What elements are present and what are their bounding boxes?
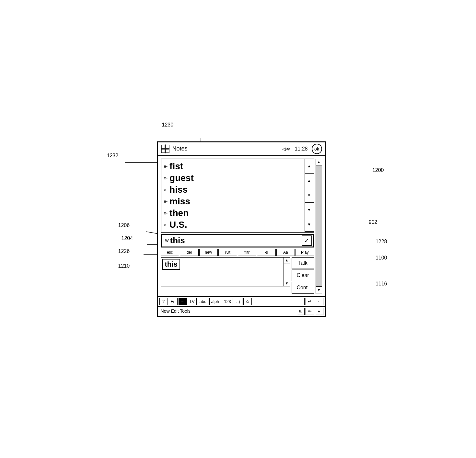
clock-display: 11:28 bbox=[295, 146, 308, 152]
right-sidebar: ▲ ▼ bbox=[316, 159, 322, 294]
device-frame: Notes ◁≪ 11:28 ok e- fist e- bbox=[157, 141, 326, 317]
word-prefix: e- bbox=[164, 222, 168, 227]
input-prefix-label: †W bbox=[163, 238, 169, 243]
scroll-top-button[interactable]: ▲ bbox=[305, 159, 314, 174]
scroll-thumb[interactable]: ≡ bbox=[305, 188, 314, 203]
word-display-inner: this bbox=[161, 258, 283, 271]
cont-button[interactable]: Cont. bbox=[292, 282, 314, 294]
annotation-902: 902 bbox=[369, 219, 377, 225]
menu-row: New Edit Tools ⊞ ✏ ▲ bbox=[158, 307, 325, 316]
word-scroll-up[interactable]: ▲ bbox=[284, 258, 290, 263]
action-buttons: Talk Clear Cont. bbox=[292, 257, 314, 294]
scroll-bottom-button[interactable]: ▼ bbox=[305, 217, 314, 232]
arrow-up-icon[interactable]: ▲ bbox=[315, 308, 323, 315]
word-prefix: e- bbox=[164, 211, 168, 215]
list-item[interactable]: e- guest bbox=[164, 172, 303, 184]
sidebar-scroll-up[interactable]: ▲ bbox=[316, 159, 322, 165]
clear-button[interactable]: Clear bbox=[292, 270, 314, 281]
svg-rect-14 bbox=[161, 149, 165, 153]
word-list-container: e- fist e- guest e- hiss e- bbox=[161, 159, 314, 233]
list-item[interactable]: e- U.S. bbox=[164, 219, 303, 231]
word-display-area: this ▲ ▼ bbox=[161, 257, 290, 286]
menu-icon[interactable]: ⊞ bbox=[297, 308, 305, 315]
esc-button[interactable]: esc bbox=[161, 249, 180, 256]
scroll-up-button[interactable]: ▲ bbox=[305, 174, 314, 188]
key-alph[interactable]: alph bbox=[209, 298, 221, 305]
annotation-1100: 1100 bbox=[376, 255, 387, 261]
sidebar-scroll-down[interactable]: ▼ bbox=[316, 286, 322, 294]
key-smiley[interactable]: ☺ bbox=[243, 298, 252, 305]
ok-button[interactable]: ok bbox=[312, 144, 322, 154]
new-button[interactable]: new bbox=[199, 249, 218, 256]
app-title: Notes bbox=[172, 145, 283, 152]
key-abc[interactable]: abc bbox=[198, 298, 208, 305]
word-scroll-down[interactable]: ▼ bbox=[284, 280, 290, 286]
annotation-1116: 1116 bbox=[376, 281, 387, 287]
scroll-down-button[interactable]: ▼ bbox=[305, 203, 314, 217]
list-item[interactable]: e- hiss bbox=[164, 184, 303, 196]
word-prefix: e- bbox=[164, 187, 168, 192]
word-prefix: e- bbox=[164, 164, 168, 169]
pen-icon[interactable]: ✏ bbox=[306, 308, 314, 315]
s-button[interactable]: -s bbox=[257, 249, 276, 256]
svg-rect-12 bbox=[161, 145, 165, 149]
word-prefix: e- bbox=[164, 175, 168, 180]
talk-button[interactable]: Talk bbox=[292, 257, 314, 269]
title-bar: Notes ◁≪ 11:28 ok bbox=[158, 142, 325, 156]
annotation-1200: 1200 bbox=[372, 167, 384, 173]
key-fn[interactable]: Fn bbox=[169, 298, 178, 305]
word-text: miss bbox=[169, 196, 190, 207]
key-question[interactable]: ? bbox=[159, 298, 168, 305]
annotation-1204: 1204 bbox=[122, 235, 133, 241]
bottom-panel: this ▲ ▼ Talk Clear Cont. bbox=[161, 257, 314, 294]
aa-button[interactable]: Aa bbox=[276, 249, 295, 256]
word-text: fist bbox=[169, 161, 183, 172]
windows-logo-icon bbox=[161, 144, 170, 153]
keyboard-row: ? Fn ··· LV abc alph 123 ..) ☺ ↵ ← bbox=[158, 297, 325, 307]
word-text: U.S. bbox=[169, 220, 187, 230]
word-list-scrollbar: ▲ ▲ ≡ ▼ ▼ bbox=[305, 159, 314, 232]
key-dotparen[interactable]: ..) bbox=[234, 298, 242, 305]
main-content: e- fist e- guest e- hiss e- bbox=[158, 156, 325, 296]
word-list: e- fist e- guest e- hiss e- bbox=[161, 159, 305, 232]
del-button[interactable]: del bbox=[180, 249, 199, 256]
key-dots[interactable]: ··· bbox=[179, 298, 187, 305]
volume-icon: ◁≪ bbox=[282, 146, 291, 151]
key-backspace[interactable]: ← bbox=[315, 298, 323, 305]
rut-button[interactable]: rUt bbox=[218, 249, 237, 256]
word-text: guest bbox=[169, 173, 194, 183]
word-scroll-track bbox=[284, 263, 290, 280]
menu-text: New Edit Tools bbox=[159, 308, 296, 315]
sidebar-track bbox=[316, 165, 322, 286]
key-enter[interactable]: ↵ bbox=[306, 298, 314, 305]
play-button[interactable]: Play bbox=[296, 249, 314, 256]
list-item[interactable]: e- fist bbox=[164, 161, 303, 172]
key-space[interactable] bbox=[253, 298, 305, 305]
word-text: then bbox=[169, 208, 189, 218]
svg-rect-15 bbox=[166, 149, 169, 153]
word-text: hiss bbox=[169, 185, 188, 195]
annotation-1206: 1206 bbox=[118, 223, 130, 228]
filter-button[interactable]: filtr bbox=[238, 249, 257, 256]
annotation-1228: 1228 bbox=[376, 239, 387, 245]
button-row: esc del new rUt filtr -s Aa Play bbox=[161, 249, 314, 256]
current-word-display: this bbox=[162, 259, 180, 270]
checkmark-button[interactable]: ✓ bbox=[302, 235, 312, 246]
key-123[interactable]: 123 bbox=[222, 298, 233, 305]
annotation-1232: 1232 bbox=[107, 153, 119, 159]
input-row: †W this ✓ bbox=[161, 234, 314, 247]
keyboard-area: ? Fn ··· LV abc alph 123 ..) ☺ ↵ ← New E… bbox=[158, 296, 325, 316]
svg-rect-13 bbox=[166, 145, 169, 149]
list-item[interactable]: e- miss bbox=[164, 196, 303, 207]
annotation-1230: 1230 bbox=[162, 122, 174, 128]
annotation-1210: 1210 bbox=[118, 263, 130, 269]
key-lv[interactable]: LV bbox=[188, 298, 197, 305]
word-prefix: e- bbox=[164, 199, 168, 204]
list-item[interactable]: e- then bbox=[164, 207, 303, 219]
input-current-text: this bbox=[170, 235, 302, 246]
left-panel: e- fist e- guest e- hiss e- bbox=[161, 159, 314, 294]
word-display-scrollbar: ▲ ▼ bbox=[284, 258, 290, 286]
annotation-1226: 1226 bbox=[118, 248, 130, 254]
